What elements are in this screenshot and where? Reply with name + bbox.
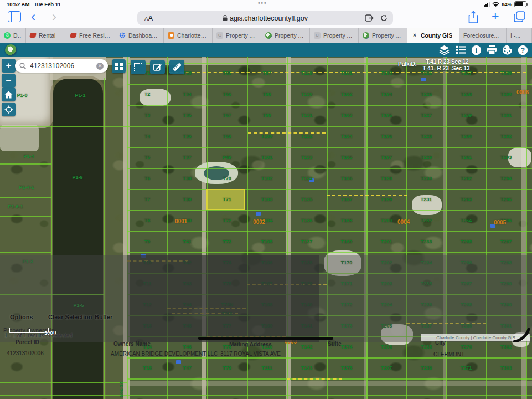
parcel-label: T261: [461, 155, 472, 160]
orange-site-icon: [168, 32, 174, 39]
parcel-label: T71: [223, 197, 231, 202]
parcel-label: T302: [500, 344, 512, 350]
area-parcel-label: P1-4-1: [19, 185, 34, 190]
parcel-label: T105: [261, 239, 273, 244]
home-extent-button[interactable]: [2, 88, 16, 101]
parcel-label: T37: [183, 155, 192, 160]
boundary-line-yellow: [248, 132, 326, 134]
tab-label: Foreclosure...: [463, 32, 499, 39]
parcel-label: T35: [183, 112, 192, 118]
zoom-in-button[interactable]: +: [2, 59, 16, 73]
forward-icon[interactable]: ›: [52, 11, 56, 23]
grid-line-vertical: [287, 57, 288, 399]
boundary-line-yellow: [327, 195, 407, 196]
print-icon[interactable]: [486, 44, 497, 55]
tab-i[interactable]: I -...: [507, 28, 532, 43]
boundary-line-yellow: [287, 378, 342, 380]
grid-line-horizontal: [127, 84, 532, 85]
back-icon[interactable]: ‹: [31, 11, 35, 23]
grid-line-horizontal: [0, 163, 51, 165]
buffer-button[interactable]: Buffer: [95, 314, 112, 320]
tab-property-ap[interactable]: Property Ap...: [359, 28, 407, 43]
tab-rental[interactable]: Rental: [26, 28, 66, 43]
tab-label: Free Reside...: [79, 32, 111, 39]
tabs-overview-icon[interactable]: [514, 11, 525, 22]
area-parcel-label: P1-4: [23, 154, 34, 159]
options-button[interactable]: Options: [10, 314, 33, 320]
parcel-label: T103: [261, 197, 273, 202]
basemap-icon[interactable]: [502, 44, 513, 55]
clear-search-icon[interactable]: ✕: [96, 63, 104, 70]
parcel-label: T137: [301, 239, 313, 244]
measure-tool-button[interactable]: [169, 60, 184, 74]
grid-line-horizontal: [127, 63, 532, 64]
apps-grid-button[interactable]: [112, 59, 126, 73]
parcel-label: T65: [223, 70, 231, 76]
locate-button[interactable]: [2, 103, 16, 116]
parcel-label: T100: [261, 134, 273, 139]
tab-property-ap[interactable]: CProperty Ap...: [310, 28, 359, 43]
parcel-label: T265: [461, 239, 472, 244]
map-canvas[interactable]: T1T2T3T4T5T6T7T8T9T10T11T12T13T14T15T33T…: [0, 57, 532, 399]
sidebar-toggle-icon[interactable]: [8, 11, 21, 22]
parcel-label: T238: [421, 344, 432, 350]
parcel-label: T165: [341, 155, 353, 160]
share-icon[interactable]: [468, 11, 479, 24]
parcel-label: T258: [461, 91, 472, 97]
tab-property-ap[interactable]: Property Ap...: [261, 28, 310, 43]
tab-charlotte-co[interactable]: Charlotte Co...: [164, 28, 213, 43]
parcel-label: T130: [301, 91, 313, 97]
parcel-label: T4: [144, 134, 151, 139]
tab-property-ap[interactable]: CProperty Ap...: [213, 28, 261, 43]
tab-dashboard[interactable]: Dashboard -...: [115, 28, 164, 43]
parcel-label: T225: [421, 70, 432, 76]
info-icon[interactable]: i: [471, 44, 482, 55]
parcel-label: T295: [500, 197, 512, 202]
parcel-label: T271: [461, 365, 472, 371]
close-tab-icon[interactable]: ×: [411, 32, 418, 39]
gis-globe-icon: [265, 32, 272, 39]
tab-county-gis[interactable]: ×County GIS: [407, 28, 459, 43]
county-logo[interactable]: [5, 44, 17, 56]
tab-free-reside[interactable]: Free Reside...: [66, 28, 115, 43]
home-indicator: [198, 337, 333, 340]
parcel-label: T36: [183, 134, 192, 139]
parcel-label: T169: [341, 239, 353, 244]
reload-icon[interactable]: [380, 14, 388, 22]
parcel-label: T264: [461, 218, 472, 223]
legend-icon[interactable]: [455, 44, 466, 55]
cellular-icon: [484, 2, 490, 7]
field-value: CLERMONT: [433, 351, 464, 357]
tab-label: Property Ap...: [275, 32, 306, 39]
grid-line-vertical: [526, 57, 527, 399]
parcel-label: T98: [262, 91, 271, 97]
whatsapp-icon: ✆: [4, 32, 11, 39]
select-tool-button[interactable]: [131, 60, 146, 74]
tab-dow[interactable]: ✆Dow: [0, 28, 26, 43]
parcel-label: T68: [223, 134, 231, 139]
tab-label: Property Ap...: [226, 32, 257, 39]
parcel-label: T263: [461, 197, 472, 202]
search-input[interactable]: [29, 62, 94, 70]
block-number-label: 0002: [253, 219, 265, 225]
parcel-label: T175: [341, 365, 353, 371]
url-bar[interactable]: AA agis.charlottecountyfl.gov: [137, 11, 393, 25]
grid-line-horizontal: [127, 147, 532, 148]
parcel-label: T9: [144, 239, 151, 244]
zoom-out-button[interactable]: −: [2, 74, 16, 88]
parcel-label: T229: [421, 155, 432, 160]
layers-icon[interactable]: [438, 44, 450, 55]
field-value: AMERICAN BRIDGE DEVELOPMENT LLC: [111, 351, 218, 357]
reader-aa-button[interactable]: AA: [144, 14, 153, 22]
new-tab-icon[interactable]: +: [492, 9, 499, 24]
parcel-label: T134: [301, 176, 313, 181]
annotate-tool-button[interactable]: [150, 60, 165, 74]
help-icon[interactable]: ?: [517, 44, 528, 55]
parcel-label: P69: [223, 155, 231, 160]
parcel-label: T102: [261, 176, 273, 181]
grid-line-horizontal: [127, 357, 532, 359]
road-horizontal-bottom: [127, 381, 532, 386]
extensions-icon[interactable]: [365, 14, 374, 22]
tab-foreclosure[interactable]: Foreclosure...: [459, 28, 507, 43]
clear-selection-button[interactable]: Clear Selection: [48, 314, 92, 320]
